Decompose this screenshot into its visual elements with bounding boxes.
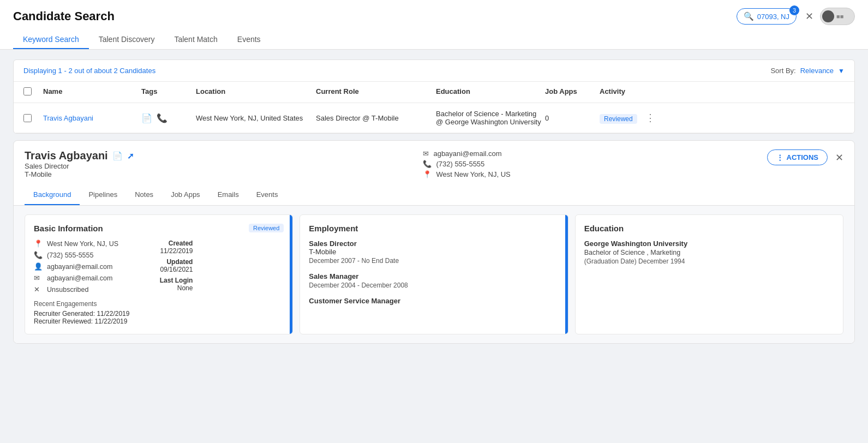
- edu-grad-0: (Graduation Date) December 1994: [584, 258, 834, 265]
- detail-role: Sales Director: [25, 162, 134, 170]
- col-current-role: Current Role: [316, 87, 436, 97]
- search-clear-button[interactable]: ✕: [805, 10, 813, 22]
- location-icon: 📍: [423, 170, 432, 178]
- tab-talent-discovery[interactable]: Talent Discovery: [89, 31, 165, 49]
- emp-title-1: Sales Manager: [309, 272, 559, 280]
- contact-phone: (732) 555-5555: [436, 160, 484, 168]
- toggle-switch[interactable]: ■■: [820, 8, 855, 25]
- detail-contact: ✉ agbayani@email.com 📞 (732) 555-5555 📍 …: [423, 149, 510, 178]
- contact-email-row: ✉ agbayani@email.com: [423, 149, 510, 158]
- detail-name-icons: 📄 ➚: [112, 151, 134, 161]
- table-header: Name Tags Location Current Role Educatio…: [14, 82, 854, 103]
- last-login-label: Last Login: [138, 277, 193, 284]
- toggle-knob: [822, 10, 834, 22]
- basic-phone: (732) 555-5555: [47, 252, 93, 259]
- basic-email2-row: ✉ agbayani@email.com: [34, 274, 129, 282]
- row-menu-button[interactable]: ⋮: [645, 112, 655, 123]
- top-bar-right: 🔍 07093, NJ 3 ✕ ■■: [737, 8, 855, 25]
- basic-info-left: 📍 West New York, NJ, US 📞 (732) 555-5555…: [34, 240, 129, 325]
- basic-email1-row: 👤 agbayani@email.com: [34, 262, 129, 271]
- emp-entry-1: Sales Manager December 2004 - December 2…: [309, 272, 559, 289]
- basic-unsub-row: ✕ Unsubscribed: [34, 285, 129, 294]
- basic-location: West New York, NJ, US: [47, 240, 118, 248]
- basic-info-right: Created 11/22/2019 Updated 09/16/2021 La…: [138, 240, 193, 325]
- search-icon: 🔍: [744, 11, 754, 21]
- basic-unsub-icon: ✕: [34, 285, 43, 294]
- external-link-icon[interactable]: ➚: [127, 151, 134, 161]
- detail-body: Basic Information Reviewed 📍 West New Yo…: [14, 206, 854, 343]
- recruiter-reviewed: Recruiter Reviewed: 11/22/2019: [34, 318, 129, 325]
- col-location: Location: [196, 87, 316, 97]
- tab-talent-match[interactable]: Talent Match: [164, 31, 227, 49]
- candidate-role: Sales Director @ T-Mobile: [316, 114, 436, 122]
- education-card: Education George Washington University B…: [575, 214, 843, 334]
- document-icon[interactable]: 📄: [141, 113, 152, 123]
- contact-location-row: 📍 West New York, NJ, US: [423, 170, 510, 178]
- select-all-checkbox-cell[interactable]: [23, 87, 43, 97]
- email-icon: ✉: [423, 149, 429, 158]
- detail-tab-notes[interactable]: Notes: [126, 185, 162, 205]
- contact-phone-row: 📞 (732) 555-5555: [423, 160, 510, 168]
- actions-dots: ⋮: [776, 153, 783, 161]
- edit-profile-icon[interactable]: 📄: [112, 151, 123, 161]
- detail-tab-events[interactable]: Events: [248, 185, 287, 205]
- phone-contact-icon: 📞: [423, 160, 432, 168]
- updated-date: 09/16/2021: [138, 266, 193, 273]
- candidate-education: Bachelor of Science - Marketing @ George…: [436, 110, 545, 126]
- detail-close-button[interactable]: ✕: [835, 152, 843, 164]
- search-badge: 3: [789, 5, 799, 15]
- actions-label: ACTIONS: [787, 153, 819, 161]
- edu-school-0: George Washington University: [584, 240, 834, 248]
- basic-location-icon: 📍: [34, 240, 43, 248]
- blue-bar-basic: [290, 215, 292, 334]
- detail-tab-emails[interactable]: Emails: [209, 185, 248, 205]
- emp-entry-2: Customer Service Manager: [309, 297, 559, 305]
- basic-email-icon: ✉: [34, 274, 43, 282]
- detail-tab-background[interactable]: Background: [25, 185, 80, 205]
- row-checkbox-cell[interactable]: [23, 114, 43, 122]
- detail-left: Travis Agbayani 📄 ➚ Sales Director T-Mob…: [25, 149, 134, 178]
- emp-company-0: T-Mobile: [309, 248, 559, 256]
- detail-company: T-Mobile: [25, 170, 134, 178]
- detail-header: Travis Agbayani 📄 ➚ Sales Director T-Mob…: [14, 141, 854, 178]
- candidate-tag-icons: 📄 📞: [141, 113, 196, 123]
- top-bar: Candidate Search 🔍 07093, NJ 3 ✕ ■■ Keyw…: [0, 0, 868, 50]
- emp-dates-0: December 2007 - No End Date: [309, 257, 559, 265]
- basic-location-row: 📍 West New York, NJ, US: [34, 240, 129, 248]
- emp-dates-1: December 2004 - December 2008: [309, 282, 559, 289]
- row-checkbox[interactable]: [23, 114, 32, 122]
- basic-email2: agbayani@email.com: [47, 274, 112, 282]
- basic-user-icon: 👤: [34, 262, 43, 271]
- detail-name: Travis Agbayani 📄 ➚: [25, 149, 134, 162]
- basic-info-title: Basic Information: [34, 224, 103, 233]
- basic-email1: agbayani@email.com: [47, 263, 112, 271]
- candidate-location: West New York, NJ, United States: [196, 114, 316, 122]
- phone-icon[interactable]: 📞: [157, 113, 167, 123]
- blue-bar-employment: [565, 215, 568, 334]
- candidate-job-apps: 0: [545, 114, 600, 122]
- contact-email: agbayani@email.com: [433, 149, 501, 158]
- detail-tab-job-apps[interactable]: Job Apps: [162, 185, 209, 205]
- actions-button[interactable]: ⋮ ACTIONS: [767, 149, 828, 165]
- tab-keyword-search[interactable]: Keyword Search: [13, 31, 89, 49]
- engagement-section: Recent Engagements Recruiter Generated: …: [34, 300, 129, 325]
- detail-tab-pipelines[interactable]: Pipelines: [80, 185, 126, 205]
- select-all-checkbox[interactable]: [23, 87, 32, 95]
- candidate-name: Travis Agbayani: [43, 114, 141, 122]
- education-title: Education: [584, 224, 834, 233]
- employment-card: Employment Sales Director T-Mobile Decem…: [300, 214, 568, 334]
- detail-tabs: Background Pipelines Notes Job Apps Emai…: [14, 185, 854, 206]
- created-label: Created: [138, 240, 193, 247]
- tab-events[interactable]: Events: [228, 31, 271, 49]
- detail-panel: Travis Agbayani 📄 ➚ Sales Director T-Mob…: [13, 140, 855, 344]
- employment-title: Employment: [309, 224, 559, 233]
- search-pill[interactable]: 🔍 07093, NJ 3: [737, 8, 797, 25]
- basic-phone-row: 📞 (732) 555-5555: [34, 251, 129, 259]
- sort-value[interactable]: Relevance: [800, 67, 834, 75]
- basic-info-badge: Reviewed: [249, 224, 284, 232]
- emp-title-2: Customer Service Manager: [309, 297, 559, 305]
- results-header: Displaying 1 - 2 out of about 2 Candidat…: [14, 60, 854, 82]
- sort-arrow-icon[interactable]: ▼: [838, 67, 845, 75]
- col-activity: Activity: [600, 87, 665, 97]
- last-login-value: None: [138, 284, 193, 292]
